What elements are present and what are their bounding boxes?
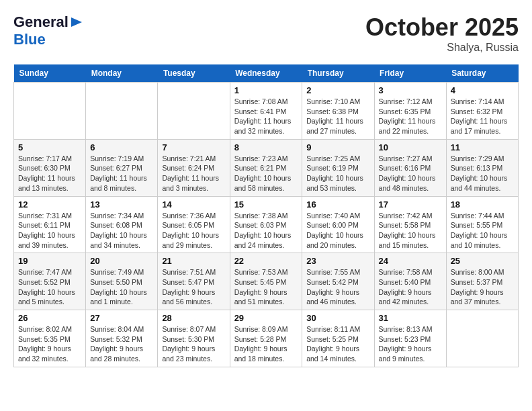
- location: Shalya, Russia: [365, 42, 519, 54]
- day-number: 9: [306, 142, 369, 152]
- calendar-cell: 18Sunrise: 7:44 AM Sunset: 5:55 PM Dayli…: [446, 196, 518, 253]
- calendar-cell: 17Sunrise: 7:42 AM Sunset: 5:58 PM Dayli…: [374, 196, 446, 253]
- calendar-cell: 30Sunrise: 8:11 AM Sunset: 5:25 PM Dayli…: [302, 310, 374, 367]
- day-number: 23: [306, 256, 369, 266]
- calendar-cell: 26Sunrise: 8:02 AM Sunset: 5:35 PM Dayli…: [14, 310, 86, 367]
- day-info: Sunrise: 7:29 AM Sunset: 6:13 PM Dayligh…: [451, 154, 514, 193]
- calendar-cell: [14, 83, 86, 140]
- day-info: Sunrise: 7:23 AM Sunset: 6:21 PM Dayligh…: [234, 154, 298, 193]
- day-info: Sunrise: 7:08 AM Sunset: 6:41 PM Dayligh…: [234, 97, 298, 136]
- day-info: Sunrise: 7:53 AM Sunset: 5:45 PM Dayligh…: [234, 267, 298, 307]
- calendar-cell: 13Sunrise: 7:34 AM Sunset: 6:08 PM Dayli…: [86, 196, 158, 253]
- day-number: 20: [90, 256, 153, 266]
- day-number: 31: [379, 313, 442, 323]
- day-number: 28: [162, 313, 225, 323]
- day-info: Sunrise: 8:09 AM Sunset: 5:28 PM Dayligh…: [234, 324, 298, 364]
- day-header-sunday: Sunday: [14, 64, 86, 83]
- day-info: Sunrise: 7:12 AM Sunset: 6:35 PM Dayligh…: [379, 97, 442, 136]
- day-number: 29: [234, 313, 298, 323]
- day-info: Sunrise: 7:40 AM Sunset: 6:00 PM Dayligh…: [306, 211, 369, 250]
- calendar-cell: 23Sunrise: 7:55 AM Sunset: 5:42 PM Dayli…: [302, 253, 374, 310]
- day-number: 5: [18, 142, 81, 152]
- day-header-friday: Friday: [374, 64, 446, 83]
- day-header-thursday: Thursday: [302, 64, 374, 83]
- day-number: 6: [90, 142, 153, 152]
- day-number: 14: [162, 199, 225, 210]
- day-info: Sunrise: 7:42 AM Sunset: 5:58 PM Dayligh…: [379, 211, 442, 250]
- day-info: Sunrise: 7:38 AM Sunset: 6:03 PM Dayligh…: [234, 211, 298, 250]
- day-number: 10: [379, 142, 442, 152]
- day-number: 4: [451, 85, 514, 95]
- day-info: Sunrise: 7:51 AM Sunset: 5:47 PM Dayligh…: [162, 267, 225, 307]
- calendar-cell: 25Sunrise: 8:00 AM Sunset: 5:37 PM Dayli…: [446, 253, 518, 310]
- calendar-cell: 9Sunrise: 7:25 AM Sunset: 6:19 PM Daylig…: [302, 139, 374, 196]
- day-number: 24: [379, 256, 442, 266]
- day-number: 1: [234, 85, 298, 95]
- day-number: 30: [306, 313, 369, 323]
- day-info: Sunrise: 7:27 AM Sunset: 6:16 PM Dayligh…: [379, 154, 442, 193]
- day-header-wednesday: Wednesday: [230, 64, 302, 83]
- calendar-cell: 22Sunrise: 7:53 AM Sunset: 5:45 PM Dayli…: [230, 253, 302, 310]
- calendar-cell: 28Sunrise: 8:07 AM Sunset: 5:30 PM Dayli…: [158, 310, 230, 367]
- calendar-cell: [86, 83, 158, 140]
- day-number: 3: [379, 85, 442, 95]
- day-info: Sunrise: 7:21 AM Sunset: 6:24 PM Dayligh…: [162, 154, 225, 193]
- day-info: Sunrise: 8:07 AM Sunset: 5:30 PM Dayligh…: [162, 324, 225, 364]
- day-info: Sunrise: 7:25 AM Sunset: 6:19 PM Dayligh…: [306, 154, 369, 193]
- calendar-cell: [158, 83, 230, 140]
- calendar-cell: 21Sunrise: 7:51 AM Sunset: 5:47 PM Dayli…: [158, 253, 230, 310]
- day-number: 15: [234, 199, 298, 210]
- calendar-cell: 3Sunrise: 7:12 AM Sunset: 6:35 PM Daylig…: [374, 83, 446, 140]
- calendar-cell: 8Sunrise: 7:23 AM Sunset: 6:21 PM Daylig…: [230, 139, 302, 196]
- day-info: Sunrise: 7:55 AM Sunset: 5:42 PM Dayligh…: [306, 267, 369, 307]
- day-number: 25: [451, 256, 514, 266]
- day-info: Sunrise: 7:49 AM Sunset: 5:50 PM Dayligh…: [90, 267, 153, 307]
- day-info: Sunrise: 8:02 AM Sunset: 5:35 PM Dayligh…: [18, 324, 81, 364]
- day-number: 12: [18, 199, 81, 210]
- calendar-cell: 5Sunrise: 7:17 AM Sunset: 6:30 PM Daylig…: [14, 139, 86, 196]
- day-number: 16: [306, 199, 369, 210]
- calendar-cell: 4Sunrise: 7:14 AM Sunset: 6:32 PM Daylig…: [446, 83, 518, 140]
- day-header-monday: Monday: [86, 64, 158, 83]
- day-header-tuesday: Tuesday: [158, 64, 230, 83]
- calendar-cell: 12Sunrise: 7:31 AM Sunset: 6:11 PM Dayli…: [14, 196, 86, 253]
- calendar-cell: 19Sunrise: 7:47 AM Sunset: 5:52 PM Dayli…: [14, 253, 86, 310]
- day-info: Sunrise: 7:10 AM Sunset: 6:38 PM Dayligh…: [306, 97, 369, 136]
- day-info: Sunrise: 7:19 AM Sunset: 6:27 PM Dayligh…: [90, 154, 153, 193]
- logo-arrow-icon: [69, 16, 83, 28]
- calendar-cell: 27Sunrise: 8:04 AM Sunset: 5:32 PM Dayli…: [86, 310, 158, 367]
- day-number: 8: [234, 142, 298, 152]
- day-number: 19: [18, 256, 81, 266]
- month-title: October 2025: [365, 13, 519, 42]
- day-number: 13: [90, 199, 153, 210]
- calendar-cell: 7Sunrise: 7:21 AM Sunset: 6:24 PM Daylig…: [158, 139, 230, 196]
- calendar-cell: 16Sunrise: 7:40 AM Sunset: 6:00 PM Dayli…: [302, 196, 374, 253]
- page-header: General Blue October 2025 Shalya, Russia: [13, 13, 519, 54]
- calendar-cell: 2Sunrise: 7:10 AM Sunset: 6:38 PM Daylig…: [302, 83, 374, 140]
- day-info: Sunrise: 7:14 AM Sunset: 6:32 PM Dayligh…: [451, 97, 514, 136]
- day-number: 17: [379, 199, 442, 210]
- calendar-cell: 10Sunrise: 7:27 AM Sunset: 6:16 PM Dayli…: [374, 139, 446, 196]
- logo: General Blue: [13, 13, 83, 48]
- svg-marker-0: [71, 17, 82, 27]
- calendar-cell: 6Sunrise: 7:19 AM Sunset: 6:27 PM Daylig…: [86, 139, 158, 196]
- day-info: Sunrise: 8:11 AM Sunset: 5:25 PM Dayligh…: [306, 324, 369, 364]
- day-info: Sunrise: 8:00 AM Sunset: 5:37 PM Dayligh…: [451, 267, 514, 307]
- calendar-cell: 31Sunrise: 8:13 AM Sunset: 5:23 PM Dayli…: [374, 310, 446, 367]
- day-info: Sunrise: 7:44 AM Sunset: 5:55 PM Dayligh…: [451, 211, 514, 250]
- day-number: 7: [162, 142, 225, 152]
- logo-general: General: [13, 13, 69, 31]
- title-block: October 2025 Shalya, Russia: [365, 13, 519, 54]
- day-header-saturday: Saturday: [446, 64, 518, 83]
- day-number: 11: [451, 142, 514, 152]
- day-number: 26: [18, 313, 81, 323]
- calendar-cell: 1Sunrise: 7:08 AM Sunset: 6:41 PM Daylig…: [230, 83, 302, 140]
- day-number: 21: [162, 256, 225, 266]
- calendar-cell: 24Sunrise: 7:58 AM Sunset: 5:40 PM Dayli…: [374, 253, 446, 310]
- day-info: Sunrise: 7:47 AM Sunset: 5:52 PM Dayligh…: [18, 267, 81, 307]
- calendar-cell: 20Sunrise: 7:49 AM Sunset: 5:50 PM Dayli…: [86, 253, 158, 310]
- day-info: Sunrise: 7:36 AM Sunset: 6:05 PM Dayligh…: [162, 211, 225, 250]
- calendar-cell: 29Sunrise: 8:09 AM Sunset: 5:28 PM Dayli…: [230, 310, 302, 367]
- day-info: Sunrise: 8:13 AM Sunset: 5:23 PM Dayligh…: [379, 324, 442, 364]
- calendar-cell: 11Sunrise: 7:29 AM Sunset: 6:13 PM Dayli…: [446, 139, 518, 196]
